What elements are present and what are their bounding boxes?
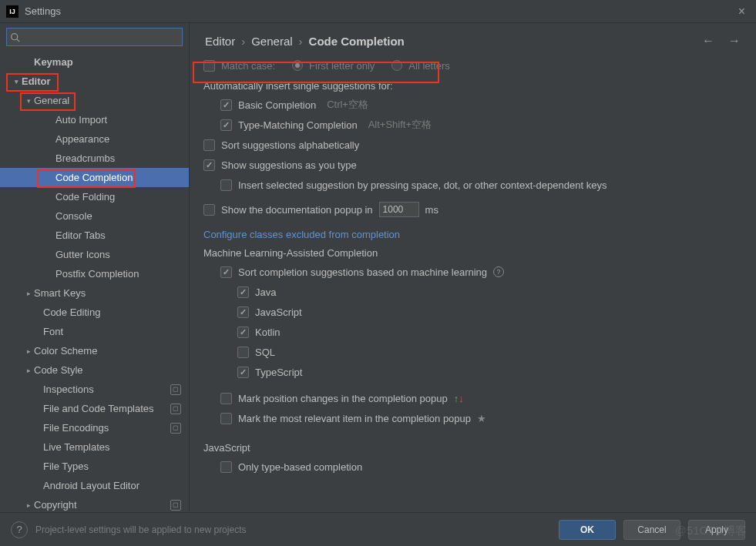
sidebar-item-code-editing[interactable]: Code Editing [0,303,189,322]
sidebar-item-keymap[interactable]: Keymap [0,52,189,72]
sidebar-item-smart-keys[interactable]: ▸Smart Keys [0,283,189,303]
sidebar-item-label: Gutter Icons [55,249,181,260]
sidebar-item-editor-tabs[interactable]: Editor Tabs [0,226,189,245]
ml-sql-label: SQL [255,347,275,358]
sidebar-item-appearance[interactable]: Appearance [0,129,189,149]
sidebar-item-auto-import[interactable]: Auto Import [0,110,189,129]
ms-label: ms [425,204,438,216]
close-icon[interactable]: × [734,5,750,18]
project-scope-icon: ▢ [170,404,181,414]
sidebar-item-console[interactable]: Console [0,206,189,226]
forward-icon[interactable]: → [728,34,741,48]
ml-java-label: Java [255,286,276,298]
sidebar-item-label: File and Code Templates [43,403,170,414]
radio-all-label: All letters [408,60,449,72]
sidebar-item-code-style[interactable]: ▸Code Style [0,360,189,380]
sidebar-item-copyright[interactable]: ▸Copyright▢ [0,495,189,512]
cancel-button[interactable]: Cancel [623,520,680,540]
chevron-icon: ▸ [23,290,34,297]
sidebar-item-android-layout-editor[interactable]: Android Layout Editor [0,476,189,495]
breadcrumb: Editor › General › Code Completion ← → [190,23,756,55]
sidebar-item-breadcrumbs[interactable]: Breadcrumbs [0,149,189,168]
match-case-checkbox[interactable] [203,60,215,72]
configure-excluded-link[interactable]: Configure classes excluded from completi… [203,229,400,240]
show-doc-checkbox[interactable] [203,204,215,216]
breadcrumb-general[interactable]: General [251,35,292,48]
type-matching-checkbox[interactable] [220,119,232,131]
chevron-icon: ▸ [23,367,34,374]
show-suggestions-checkbox[interactable] [203,159,215,171]
ml-js-label: JavaScript [255,306,302,318]
svg-point-0 [12,33,18,39]
sidebar-item-file-types[interactable]: File Types [0,457,189,476]
sidebar-item-postfix-completion[interactable]: Postfix Completion [0,264,189,283]
type-matching-label: Type-Matching Completion [238,119,358,131]
sort-alpha-label: Sort suggestions alphabetically [221,139,359,151]
chevron-icon: ▾ [23,97,34,105]
radio-first-letter[interactable] [292,60,303,71]
ml-ts-checkbox[interactable] [237,367,249,378]
back-icon[interactable]: ← [702,34,714,48]
ok-button[interactable]: OK [559,520,616,540]
sidebar-item-code-folding[interactable]: Code Folding [0,187,189,206]
sidebar-item-label: Postfix Completion [55,268,181,280]
only-type-label: Only type-based completion [238,461,362,473]
ml-kotlin-checkbox[interactable] [237,327,249,338]
sidebar-item-label: Console [55,210,181,222]
sidebar-item-label: Breadcrumbs [55,152,181,164]
sidebar-item-code-completion[interactable]: Code Completion [0,168,189,187]
help-button[interactable]: ? [11,521,28,538]
ml-sort-checkbox[interactable] [220,266,232,278]
footer: ? Project-level settings will be applied… [0,512,756,546]
insert-selected-label: Insert selected suggestion by pressing s… [238,179,606,191]
sidebar-item-general[interactable]: ▾General [0,91,189,110]
sidebar-item-font[interactable]: Font [0,322,189,341]
mark-position-label: Mark position changes in the completion … [238,393,448,404]
sidebar-item-label: Color Scheme [34,345,181,357]
basic-shortcut: Ctrl+空格 [327,98,368,112]
apply-button[interactable]: Apply [688,520,745,540]
ml-heading: Machine Learning-Assisted Completion [203,244,742,262]
sidebar-item-label: Keymap [34,56,181,68]
insert-selected-checkbox[interactable] [220,179,232,191]
ml-java-checkbox[interactable] [237,286,249,298]
sidebar-item-inspections[interactable]: Inspections▢ [0,380,189,399]
sidebar-item-label: Live Templates [43,441,181,453]
sidebar-item-label: Appearance [55,133,181,145]
settings-tree: Keymap▾Editor▾GeneralAuto ImportAppearan… [0,51,189,512]
ml-sql-checkbox[interactable] [237,347,249,358]
sidebar-item-label: File Encodings [43,422,170,434]
mark-relevant-checkbox[interactable] [220,413,232,424]
sidebar-item-live-templates[interactable]: Live Templates [0,437,189,457]
radio-all-letters[interactable] [391,60,402,71]
sidebar-item-label: Inspections [43,384,170,395]
basic-completion-label: Basic Completion [238,99,316,111]
sidebar-item-label: Android Layout Editor [43,480,181,491]
sidebar-item-color-scheme[interactable]: ▸Color Scheme [0,341,189,360]
js-heading: JavaScript [203,439,742,457]
sidebar-item-file-and-code-templates[interactable]: File and Code Templates▢ [0,399,189,418]
search-input[interactable] [23,32,179,43]
sidebar-item-label: Code Completion [55,172,181,183]
sidebar-item-label: Font [43,326,181,337]
sidebar-item-label: Smart Keys [34,287,181,299]
sidebar-item-editor[interactable]: ▾Editor [0,72,189,91]
doc-delay-input[interactable] [379,202,419,217]
sort-alpha-checkbox[interactable] [203,139,215,151]
sidebar-item-label: Code Editing [43,306,181,318]
mark-position-checkbox[interactable] [220,393,232,404]
only-type-checkbox[interactable] [220,461,232,473]
breadcrumb-editor[interactable]: Editor [205,35,235,48]
auto-insert-heading: Automatically insert single suggestions … [203,77,742,95]
ml-js-checkbox[interactable] [237,306,249,318]
basic-completion-checkbox[interactable] [220,99,232,111]
sidebar-item-gutter-icons[interactable]: Gutter Icons [0,245,189,264]
help-icon[interactable]: ? [493,266,504,277]
search-icon [10,32,20,42]
sidebar-item-file-encodings[interactable]: File Encodings▢ [0,418,189,437]
project-scope-icon: ▢ [170,423,181,434]
ml-sort-label: Sort completion suggestions based on mac… [238,266,487,278]
settings-panel: Match case: First letter only All letter… [190,55,756,512]
match-case-label: Match case: [221,60,275,72]
search-box[interactable] [6,28,183,46]
